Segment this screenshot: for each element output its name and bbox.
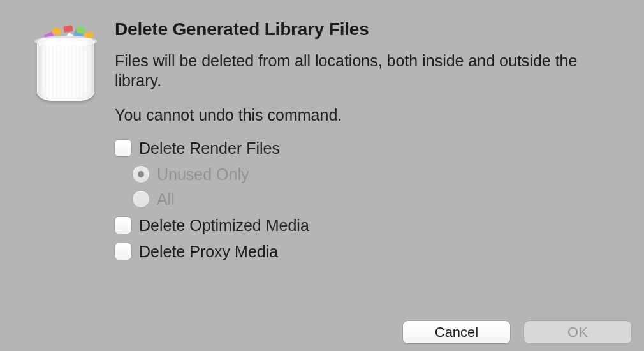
- dialog-content: Delete Generated Library Files Files wil…: [115, 19, 625, 269]
- ok-button: OK: [524, 321, 631, 343]
- radio-option-unused-only: Unused Only: [133, 165, 612, 184]
- dialog-icon-column: [19, 19, 115, 269]
- checkbox-delete-proxy-media[interactable]: [115, 243, 131, 260]
- options-group: Delete Render Files Unused Only All Dele…: [115, 139, 612, 261]
- option-label: Delete Proxy Media: [139, 243, 278, 261]
- trash-icon: [31, 24, 101, 101]
- option-label: Delete Render Files: [139, 139, 280, 158]
- dialog-warning: You cannot undo this command.: [115, 105, 612, 125]
- radio-option-all: All: [133, 190, 612, 209]
- option-label: Delete Optimized Media: [139, 216, 309, 235]
- cancel-button[interactable]: Cancel: [403, 321, 510, 343]
- render-scope-group: Unused Only All: [133, 165, 612, 209]
- dialog-description: Files will be deleted from all locations…: [115, 51, 612, 91]
- radio-label: Unused Only: [157, 165, 249, 184]
- checkbox-delete-optimized-media[interactable]: [115, 217, 131, 234]
- option-delete-optimized-media[interactable]: Delete Optimized Media: [115, 216, 612, 235]
- checkbox-delete-render-files[interactable]: [115, 140, 131, 156]
- dialog-title: Delete Generated Library Files: [115, 19, 612, 40]
- option-delete-proxy-media[interactable]: Delete Proxy Media: [115, 243, 612, 261]
- dialog-button-row: Cancel OK: [403, 321, 631, 343]
- radio-all: [133, 191, 149, 207]
- option-delete-render-files[interactable]: Delete Render Files: [115, 139, 612, 158]
- delete-library-files-dialog: Delete Generated Library Files Files wil…: [0, 0, 644, 269]
- radio-label: All: [157, 190, 175, 209]
- radio-unused-only: [133, 166, 149, 183]
